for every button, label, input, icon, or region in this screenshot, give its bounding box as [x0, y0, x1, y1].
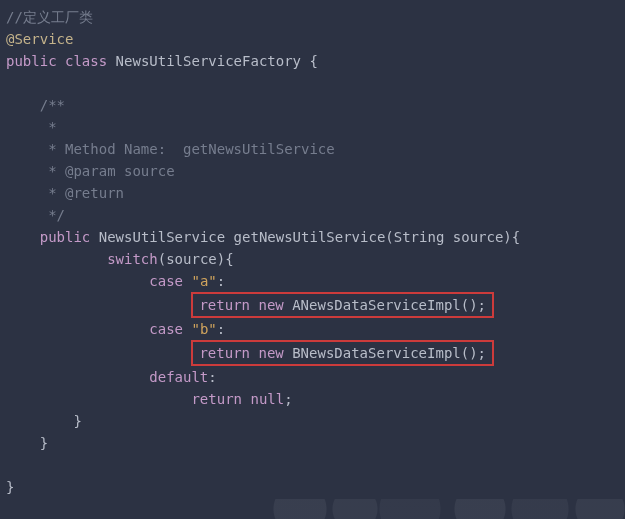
keyword-return: return: [191, 391, 242, 407]
null-literal: null: [250, 391, 284, 407]
brace-close-class: }: [6, 479, 14, 495]
class-name: NewsUtilServiceFactory: [116, 53, 301, 69]
return-type: NewsUtilService: [99, 229, 225, 245]
switch-expr: source: [166, 251, 217, 267]
highlight-box-a: return new ANewsDataServiceImpl();: [191, 292, 494, 318]
keyword-return: return: [199, 297, 250, 313]
colon: :: [217, 273, 225, 289]
string-literal-b: "b": [191, 321, 216, 337]
paren-open: (: [158, 251, 166, 267]
brace-close-method: }: [6, 435, 48, 451]
string-literal-a: "a": [191, 273, 216, 289]
javadoc: * @param source: [6, 163, 175, 179]
param-type: String: [394, 229, 445, 245]
paren-open: (: [385, 229, 393, 245]
annotation-service: @Service: [6, 31, 73, 47]
call-end: ();: [461, 345, 486, 361]
call-end: ();: [461, 297, 486, 313]
keyword-class: class: [65, 53, 107, 69]
keyword-switch: switch: [107, 251, 158, 267]
keyword-public: public: [40, 229, 91, 245]
paren-close-brace: ){: [217, 251, 234, 267]
keyword-case: case: [149, 321, 183, 337]
comment-line: //定义工厂类: [6, 9, 93, 25]
keyword-new: new: [258, 297, 283, 313]
class-b-impl: BNewsDataServiceImpl: [292, 345, 461, 361]
keyword-return: return: [199, 345, 250, 361]
keyword-case: case: [149, 273, 183, 289]
param-name: source: [453, 229, 504, 245]
class-a-impl: ANewsDataServiceImpl: [292, 297, 461, 313]
footer-watermark: [0, 499, 625, 519]
javadoc: */: [6, 207, 65, 223]
highlight-box-b: return new BNewsDataServiceImpl();: [191, 340, 494, 366]
javadoc: * Method Name: getNewsUtilService: [6, 141, 335, 157]
brace-close-switch: }: [6, 413, 82, 429]
paren-close-brace: ){: [503, 229, 520, 245]
method-name: getNewsUtilService: [234, 229, 386, 245]
keyword-public: public: [6, 53, 57, 69]
keyword-new: new: [258, 345, 283, 361]
javadoc: *: [6, 119, 57, 135]
semicolon: ;: [284, 391, 292, 407]
keyword-default: default: [149, 369, 208, 385]
colon: :: [217, 321, 225, 337]
javadoc: /**: [6, 97, 65, 113]
colon: :: [208, 369, 216, 385]
code-block: //定义工厂类 @Service public class NewsUtilSe…: [0, 0, 625, 498]
javadoc: * @return: [6, 185, 124, 201]
brace-open: {: [309, 53, 317, 69]
